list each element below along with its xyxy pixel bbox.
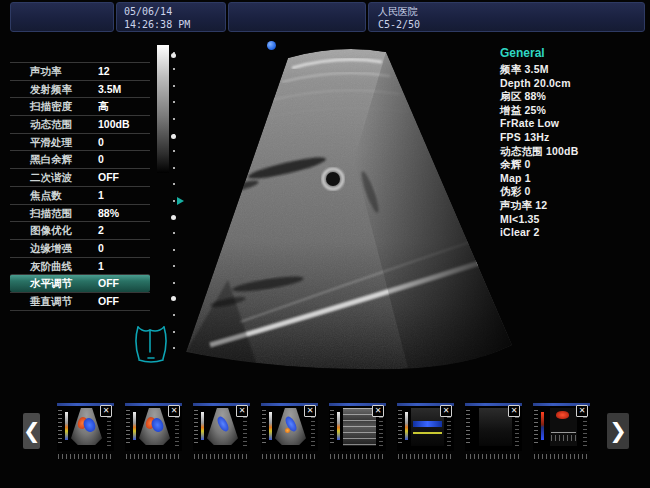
topbar-logo-box (10, 2, 114, 32)
param-label: 扫描密度 (30, 100, 72, 114)
param-label: 黑白余辉 (30, 153, 72, 167)
thumbnail-5[interactable]: ✕ (329, 403, 386, 461)
thumbnail-caption-ticks (58, 454, 113, 459)
ultrasound-screen: 05/06/14 14:26:38 PM 人民医院 C5-2/50 声功率12 … (0, 0, 650, 488)
thumbnail-caption-ticks (398, 454, 453, 459)
thumb-left-ticks (58, 410, 62, 444)
param-label: 边缘增强 (30, 242, 72, 256)
thumbnail-close-button[interactable]: ✕ (508, 405, 520, 417)
param-row-harmonics[interactable]: 二次谐波OFF (10, 168, 150, 186)
preset-name: General (500, 46, 648, 60)
param-row-scan-density[interactable]: 扫描密度高 (10, 97, 150, 115)
image-info-panel: General 频率 3.5M Depth 20.0cm 扇区 88% 增益 2… (500, 46, 648, 240)
thumb-colorbar (337, 412, 340, 440)
thumb-left-ticks (194, 410, 198, 444)
param-row-vertical-adjust[interactable]: 垂直调节OFF (10, 292, 150, 310)
param-value: 1 (98, 189, 104, 201)
thumbnail-close-button[interactable]: ✕ (304, 405, 316, 417)
param-row-gray-curve[interactable]: 灰阶曲线1 (10, 257, 150, 275)
param-value: OFF (98, 277, 119, 289)
topbar-datetime: 05/06/14 14:26:38 PM (116, 2, 226, 32)
param-value: 0 (98, 242, 104, 254)
thumbnail-close-button[interactable]: ✕ (236, 405, 248, 417)
thumb-colorbar (133, 412, 136, 440)
thumbnails-next-button[interactable]: ❯ (607, 413, 629, 449)
thumbnail-close-button[interactable]: ✕ (440, 405, 452, 417)
thumbnail-caption-ticks (262, 454, 317, 459)
thumbnail-1[interactable]: ✕ (57, 403, 114, 461)
param-label: 扫描范围 (30, 207, 72, 221)
param-value: 0 (98, 153, 104, 165)
thumb-left-ticks (262, 410, 266, 444)
info-fps: FPS 13Hz (500, 131, 648, 145)
param-label: 图像优化 (30, 224, 72, 238)
thumbnails-prev-button[interactable]: ❮ (23, 413, 40, 449)
thumbnail-close-button[interactable]: ✕ (168, 405, 180, 417)
param-row-edge-enhance[interactable]: 边缘增强0 (10, 239, 150, 257)
thumbnail-caption-ticks (194, 454, 249, 459)
thumb-left-ticks (126, 410, 130, 444)
ultrasound-image (158, 40, 530, 372)
thumbnail-6[interactable]: ✕ (397, 403, 454, 461)
thumbnail-close-button[interactable]: ✕ (576, 405, 588, 417)
thumb-left-ticks (330, 410, 334, 444)
thumbnail-caption-ticks (466, 454, 521, 459)
thumb-colorbar (201, 412, 204, 440)
param-row-acoustic-power[interactable]: 声功率12 (10, 62, 150, 80)
param-row-horizontal-adjust[interactable]: 水平调节OFF (10, 274, 150, 292)
info-mi: MI<1.35 (500, 213, 648, 227)
body-marker-icon[interactable] (133, 322, 169, 364)
doppler-blue-patch (82, 416, 97, 433)
info-map: Map 1 (500, 172, 648, 186)
doppler-orange-patch (285, 428, 290, 433)
close-icon: ✕ (239, 406, 246, 415)
chevron-left-icon: ❮ (23, 419, 41, 442)
param-label: 发射频率 (30, 83, 72, 97)
param-label: 焦点数 (30, 189, 62, 203)
param-value: OFF (98, 295, 119, 307)
thumbnail-3[interactable]: ✕ (193, 403, 250, 461)
info-iclear: iClear 2 (500, 226, 648, 240)
thumb-colorbar (269, 412, 272, 440)
param-value: OFF (98, 171, 119, 183)
thumbnail-8[interactable]: ✕ (533, 403, 590, 461)
thumb-left-ticks (398, 410, 402, 444)
info-persistence: 余辉 0 (500, 158, 648, 172)
param-label: 平滑处理 (30, 136, 72, 150)
thumbnail-7[interactable]: ✕ (465, 403, 522, 461)
param-row-smoothing[interactable]: 平滑处理0 (10, 133, 150, 151)
param-row-bw-persistence[interactable]: 黑白余辉0 (10, 150, 150, 168)
hospital-name: 人民医院 (378, 5, 644, 18)
param-label: 垂直调节 (30, 295, 72, 309)
thumbnail-caption-ticks (330, 454, 385, 459)
info-sector: 扇区 88% (500, 90, 648, 104)
thumb-colorbar-red-blue (541, 412, 544, 440)
param-row-tx-frequency[interactable]: 发射频率3.5M (10, 80, 150, 98)
param-value: 3.5M (98, 83, 121, 95)
param-row-image-optimize[interactable]: 图像优化2 (10, 221, 150, 239)
param-row-scan-range[interactable]: 扫描范围88% (10, 204, 150, 222)
info-dynamic-range: 动态范围 100dB (500, 145, 648, 159)
param-label: 声功率 (30, 65, 62, 79)
thumbnail-caption-ticks (534, 454, 589, 459)
param-value: 100dB (98, 118, 130, 130)
info-depth: Depth 20.0cm (500, 77, 648, 91)
thumbnail-4[interactable]: ✕ (261, 403, 318, 461)
thumb-left-ticks (466, 410, 470, 444)
thumb-sector (71, 408, 102, 445)
thumbnail-close-button[interactable]: ✕ (372, 405, 384, 417)
thumb-colorbar (65, 412, 68, 440)
thumbnail-close-button[interactable]: ✕ (100, 405, 112, 417)
param-label: 灰阶曲线 (30, 260, 72, 274)
thumbnail-caption-ticks (126, 454, 181, 459)
topbar-hospital: 人民医院 C5-2/50 (368, 2, 645, 32)
close-icon: ✕ (103, 406, 110, 415)
close-icon: ✕ (171, 406, 178, 415)
param-value: 0 (98, 136, 104, 148)
date-text: 05/06/14 (124, 5, 225, 18)
spectral-trace (551, 435, 576, 441)
param-row-dynamic-range[interactable]: 动态范围100dB (10, 115, 150, 133)
param-row-focus-number[interactable]: 焦点数1 (10, 186, 150, 204)
thumbnail-2[interactable]: ✕ (125, 403, 182, 461)
info-frame-rate: FrRate Low (500, 117, 648, 131)
